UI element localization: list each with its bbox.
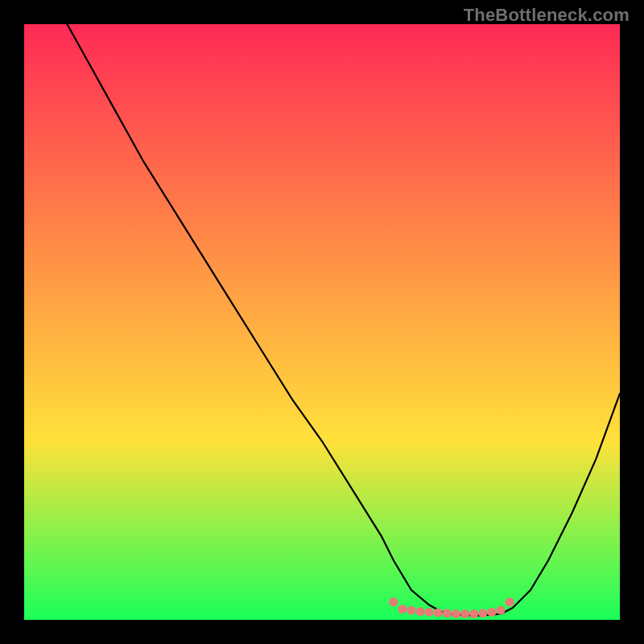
watermark-text: TheBottleneck.com <box>464 5 630 26</box>
chart-background-gradient <box>24 24 620 620</box>
chart-plot-area <box>24 24 620 620</box>
highlight-dot <box>425 608 434 617</box>
highlight-dot <box>469 609 478 618</box>
highlight-dot <box>452 609 460 618</box>
chart-frame: TheBottleneck.com <box>0 0 644 644</box>
highlight-dot <box>487 608 496 617</box>
highlight-dot <box>506 597 514 606</box>
highlight-dot <box>434 609 443 617</box>
highlight-dot <box>389 597 398 606</box>
chart-svg <box>24 24 620 620</box>
highlight-dot <box>407 606 416 615</box>
highlight-dot <box>398 605 407 613</box>
highlight-dot <box>497 606 506 615</box>
highlight-dot <box>416 607 425 616</box>
highlight-dot <box>460 609 469 618</box>
highlight-dot <box>443 609 452 617</box>
highlight-dot <box>478 609 487 617</box>
